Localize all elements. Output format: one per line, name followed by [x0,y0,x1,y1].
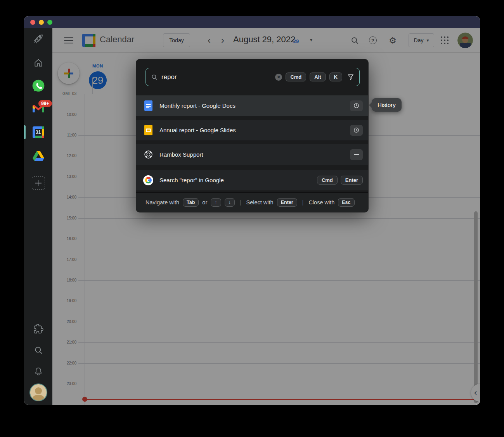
search-icon [151,74,158,80]
sidebar-item-drive[interactable] [33,151,44,161]
history-tooltip: History [372,98,402,112]
text-caret [178,73,178,81]
clear-search-button[interactable]: × [275,74,282,81]
history-button[interactable] [350,100,363,111]
calendar-webview: 29 Calendar Today ‹ › August 29, 2022 ▾ [52,28,480,405]
whatsapp-icon [31,79,45,93]
key-k: K [329,73,342,81]
result-title: Search "repor" in Google [159,177,317,183]
extensions-button[interactable] [33,324,43,334]
bell-icon [33,366,43,377]
key-esc: Esc [338,198,354,207]
select-label: Select with [246,199,274,206]
search-result-row[interactable]: Rambox Support [136,144,368,165]
sidebar-item-calendar[interactable]: 31 [33,126,44,138]
arrow-up-key: ↑ [211,198,221,207]
active-app-indicator [24,125,26,139]
search-input[interactable]: repor × Cmd Alt K [145,68,360,86]
puzzle-icon [33,324,43,334]
google-docs-icon [143,100,153,111]
close-button[interactable] [30,20,35,25]
close-label: Close with [308,199,334,206]
sidebar-item-home[interactable] [33,58,43,68]
key-enter: Enter [277,198,297,207]
result-title: Annual report - Google Slides [159,127,350,133]
rambox-window: 99+ 31 [24,16,480,405]
key-tab: Tab [183,198,199,207]
navigate-label: Navigate with [145,199,179,206]
menu-icon [354,153,359,157]
zoom-button[interactable] [47,20,52,25]
gmail-unread-badge: 99+ [38,100,52,107]
add-app-button[interactable] [32,176,45,190]
divider: | [240,199,241,206]
quick-search-dialog: repor × Cmd Alt K [136,59,369,212]
lifebuoy-icon [143,150,153,159]
home-icon [33,58,43,68]
lifebuoy-icon [144,150,153,159]
sidebar-item-whatsapp[interactable] [31,79,45,93]
key-enter: Enter [341,176,363,185]
rambox-sidebar: 99+ 31 [24,28,52,405]
search-result-row[interactable]: Search "repor" in Google Cmd Enter [136,170,368,190]
sidebar-search-button[interactable] [33,345,43,355]
or-label: or [202,199,207,206]
clock-icon [353,127,360,133]
rocket-icon [33,33,44,45]
screen: 99+ 31 [0,0,504,437]
funnel-icon [347,74,354,81]
notifications-button[interactable] [33,366,43,377]
divider: | [302,199,304,206]
arrow-down-key: ↓ [225,198,235,207]
actions-menu-button[interactable] [350,149,363,160]
search-icon [33,345,43,355]
key-alt: Alt [310,73,326,81]
google-logo-icon [143,175,153,185]
plus-icon [32,176,45,190]
search-result-row[interactable]: Annual report - Google Slides [136,120,368,140]
clock-icon [353,102,360,109]
calendar-icon-day: 31 [33,126,44,138]
minimize-button[interactable] [39,20,44,25]
search-query-text: repor [161,73,177,81]
result-title: Rambox Support [159,151,350,158]
google-drive-icon [33,151,44,161]
avatar [29,383,47,401]
filter-button[interactable] [347,74,354,81]
dialog-footer: Navigate with Tab or ↑ ↓ | Select with E… [136,192,368,212]
key-cmd: Cmd [286,73,306,81]
profile-button[interactable] [29,383,47,401]
key-cmd: Cmd [317,176,338,185]
history-button[interactable] [350,125,363,136]
rambox-logo-icon[interactable] [33,33,44,45]
result-title: Monthly report - Google Docs [159,102,350,109]
window-titlebar[interactable] [24,16,480,28]
google-slides-icon [143,125,153,135]
sidebar-item-gmail[interactable]: 99+ [33,104,44,114]
search-result-row[interactable]: Monthly report - Google Docs [136,95,368,116]
